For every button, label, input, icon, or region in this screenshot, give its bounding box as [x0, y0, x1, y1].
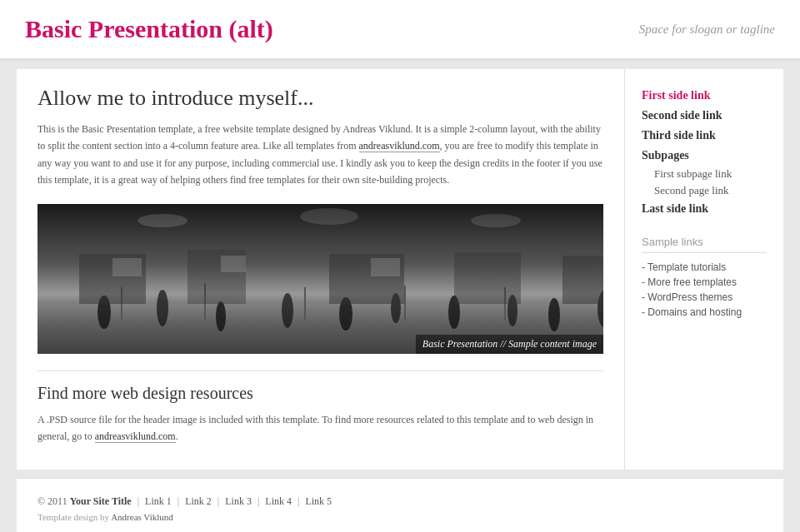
svg-rect-24: [562, 256, 603, 304]
svg-point-18: [300, 208, 358, 225]
sample-link-2[interactable]: - More free templates: [642, 275, 767, 290]
svg-rect-23: [454, 252, 521, 304]
andreasviklund-link-1[interactable]: andreasviklund.com: [359, 140, 440, 152]
andreasviklund-link-2[interactable]: andreasviklund.com: [95, 430, 176, 443]
subpages-label: Subpages: [642, 146, 767, 166]
svg-point-3: [157, 290, 168, 326]
page-wrapper: Basic Presentation (alt) Space for sloga…: [0, 0, 800, 532]
svg-point-10: [548, 298, 560, 331]
sample-link-4[interactable]: - Domains and hosting: [642, 305, 767, 320]
svg-point-5: [282, 293, 293, 328]
footer-link-4[interactable]: Link 4: [265, 495, 292, 507]
sample-link-3[interactable]: - WordPress themes: [642, 290, 767, 305]
footer-link-1[interactable]: Link 1: [145, 495, 172, 507]
svg-rect-15: [404, 286, 406, 321]
sidebar-link-last[interactable]: Last side link: [642, 199, 767, 219]
svg-rect-26: [221, 256, 246, 272]
sample-links-section: Sample links - Template tutorials - More…: [642, 236, 767, 320]
footer: © 2011 Your Site Title | Link 1 | Link 2…: [17, 478, 783, 532]
sidebar-link-second[interactable]: Second side link: [642, 106, 767, 126]
footer-author-link[interactable]: Andreas Viklund: [111, 512, 173, 522]
secondary-text: A .PSD source file for the header image …: [38, 411, 603, 445]
footer-link-2[interactable]: Link 2: [185, 495, 212, 507]
image-caption: Basic Presentation // Sample content ima…: [416, 335, 603, 354]
sample-links-label: Sample links: [642, 236, 767, 253]
sample-image: Basic Presentation // Sample content ima…: [38, 204, 603, 354]
sidebar: First side link Second side link Third s…: [625, 69, 783, 470]
svg-point-19: [471, 214, 521, 227]
sample-link-1[interactable]: - Template tutorials: [642, 260, 767, 275]
footer-links: © 2011 Your Site Title | Link 1 | Link 2…: [38, 495, 762, 508]
sidebar-sublink-first[interactable]: First subpage link: [642, 166, 767, 182]
intro-text: This is the Basic Presentation template,…: [38, 121, 603, 189]
svg-point-17: [138, 214, 188, 227]
svg-rect-27: [371, 258, 400, 276]
svg-point-4: [216, 301, 226, 331]
sidebar-link-first[interactable]: First side link: [642, 86, 767, 106]
sidebar-navigation: First side link Second side link Third s…: [642, 86, 767, 219]
sidebar-link-third[interactable]: Third side link: [642, 126, 767, 146]
section-divider: [38, 370, 603, 371]
airport-scene: [38, 204, 603, 354]
main-heading: Allow me to introduce myself...: [38, 86, 603, 111]
svg-rect-14: [304, 287, 306, 321]
footer-site-title: Your Site Title: [70, 495, 132, 507]
sidebar-sublink-second[interactable]: Second page link: [642, 182, 767, 199]
footer-link-5[interactable]: Link 5: [305, 495, 332, 507]
footer-copyright: © 2011: [38, 495, 68, 507]
svg-rect-25: [112, 258, 142, 276]
footer-credit: Template design by Andreas Viklund: [38, 512, 762, 522]
content-area: Allow me to introduce myself... This is …: [17, 69, 783, 470]
tagline: Space for slogan or tagline: [639, 22, 775, 37]
site-title: Basic Presentation (alt): [25, 15, 273, 43]
secondary-heading: Find more web design resources: [38, 384, 603, 403]
main-content: Allow me to introduce myself... This is …: [17, 69, 625, 470]
footer-link-3[interactable]: Link 3: [225, 495, 252, 507]
sample-image-container: Basic Presentation // Sample content ima…: [38, 204, 603, 354]
header: Basic Presentation (alt) Space for sloga…: [0, 0, 800, 61]
